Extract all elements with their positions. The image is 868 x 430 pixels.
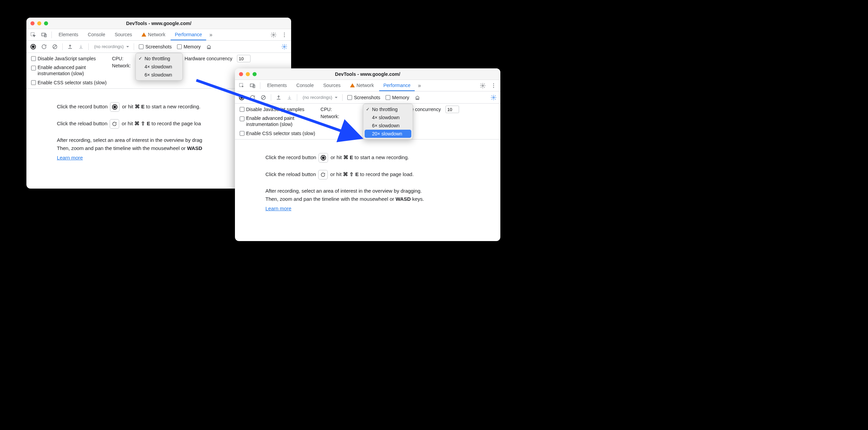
tab-sources[interactable]: Sources — [319, 80, 345, 91]
dd-item-no-throttling[interactable]: No throttling — [136, 55, 182, 63]
collect-garbage-icon[interactable] — [204, 42, 214, 51]
dd-item-no-throttling[interactable]: No throttling — [363, 105, 413, 113]
settings-icon[interactable] — [269, 30, 278, 40]
download-icon[interactable] — [285, 93, 294, 102]
more-tabs-icon[interactable]: » — [416, 83, 423, 89]
svg-point-9 — [284, 46, 285, 47]
recordings-select-label: (no recordings) — [303, 95, 332, 100]
divider — [342, 94, 343, 101]
tab-console[interactable]: Console — [84, 29, 109, 40]
upload-icon[interactable] — [274, 93, 283, 102]
tab-sources[interactable]: Sources — [111, 29, 136, 40]
recordings-select[interactable]: (no recordings) — [300, 93, 340, 102]
cpu-throttle-dropdown: No throttling 4× slowdown 6× slowdown — [135, 53, 183, 81]
reload-button[interactable] — [39, 42, 49, 51]
instruction-reload: Click the reload button or hit ⌘ ⇧ E to … — [57, 119, 261, 129]
dd-item-20x[interactable]: 20× slowdown — [365, 130, 411, 138]
dd-item-4x[interactable]: 4× slowdown — [136, 63, 182, 71]
titlebar: DevTools - www.google.com/ — [235, 68, 500, 80]
upload-icon[interactable] — [65, 42, 75, 51]
clear-button[interactable] — [50, 42, 60, 51]
memory-checkbox[interactable]: Memory — [384, 95, 411, 100]
instructions-panel: Click the record button or hit ⌘ E to st… — [235, 139, 500, 234]
tab-label: Elements — [59, 32, 78, 37]
capture-settings-icon[interactable] — [489, 93, 498, 102]
tab-network[interactable]: Network — [346, 80, 378, 91]
clear-button[interactable] — [259, 93, 268, 102]
record-button[interactable] — [237, 93, 246, 102]
dd-item-6x[interactable]: 6× slowdown — [363, 122, 413, 130]
record-button-inline[interactable] — [319, 153, 328, 163]
recordings-select[interactable]: (no recordings) — [91, 43, 131, 51]
memory-checkbox[interactable]: Memory — [175, 44, 203, 49]
divider — [88, 43, 89, 50]
screenshots-checkbox[interactable]: Screenshots — [345, 95, 382, 100]
checkbox-icon — [31, 56, 36, 61]
close-window-button[interactable] — [239, 72, 243, 76]
hw-concurrency-input[interactable] — [446, 106, 459, 113]
device-toggle-icon[interactable] — [248, 81, 257, 90]
capture-settings-icon[interactable] — [280, 42, 289, 51]
settings-icon[interactable] — [478, 81, 487, 90]
checkbox-icon — [31, 80, 36, 85]
checkbox-icon — [386, 95, 390, 100]
hw-concurrency-checkbox[interactable]: Hardware concurrency — [176, 56, 234, 61]
tab-console[interactable]: Console — [292, 80, 318, 91]
window-title: DevTools - www.google.com/ — [26, 21, 291, 26]
kebab-menu-icon[interactable] — [280, 30, 289, 40]
checkbox-icon — [347, 95, 352, 100]
tab-label: Performance — [175, 32, 202, 37]
tab-elements[interactable]: Elements — [55, 29, 82, 40]
tab-network[interactable]: Network — [137, 29, 169, 40]
collect-garbage-icon[interactable] — [413, 93, 422, 102]
kebab-menu-icon[interactable] — [489, 81, 498, 90]
tab-performance[interactable]: Performance — [379, 80, 414, 91]
learn-more-link[interactable]: Learn more — [265, 206, 291, 211]
close-window-button[interactable] — [30, 21, 35, 25]
reload-button[interactable] — [248, 93, 257, 102]
minimize-window-button[interactable] — [246, 72, 250, 76]
dd-item-6x[interactable]: 6× slowdown — [136, 71, 182, 79]
download-icon[interactable] — [76, 42, 86, 51]
reload-button-inline[interactable] — [318, 170, 328, 179]
traffic-lights — [239, 72, 257, 76]
record-button[interactable] — [28, 42, 38, 51]
inspect-icon[interactable] — [28, 30, 38, 40]
hw-concurrency-input[interactable] — [237, 55, 251, 62]
record-button-inline[interactable] — [110, 102, 120, 112]
svg-line-8 — [53, 45, 57, 48]
learn-more-link[interactable]: Learn more — [57, 155, 83, 160]
svg-line-18 — [262, 96, 265, 99]
adv-paint-checkbox[interactable]: Enable advanced paint instrumentation (s… — [238, 115, 312, 127]
instruction-record: Click the record button or hit ⌘ E to st… — [57, 102, 261, 112]
device-toggle-icon[interactable] — [39, 30, 49, 40]
more-tabs-icon[interactable]: » — [208, 32, 215, 38]
css-stats-checkbox[interactable]: Enable CSS selector stats (slow) — [238, 131, 317, 136]
disable-js-checkbox[interactable]: Disable JavaScript samples — [238, 107, 306, 112]
checkbox-label: Screenshots — [145, 44, 172, 49]
screenshots-checkbox[interactable]: Screenshots — [137, 44, 174, 49]
tab-label: Network — [148, 32, 165, 37]
adv-paint-checkbox[interactable]: Enable advanced paint instrumentation (s… — [29, 65, 104, 77]
divider — [297, 94, 297, 101]
reload-button-inline[interactable] — [110, 119, 119, 129]
tab-performance[interactable]: Performance — [171, 29, 206, 40]
dd-item-4x[interactable]: 4× slowdown — [363, 113, 413, 122]
instruction-reload: Click the reload button or hit ⌘ ⇧ E to … — [265, 170, 470, 179]
zoom-window-button[interactable] — [44, 21, 48, 25]
zoom-window-button[interactable] — [253, 72, 257, 76]
warning-icon — [350, 83, 355, 87]
minimize-window-button[interactable] — [37, 21, 41, 25]
checkbox-icon — [240, 116, 244, 121]
tab-elements[interactable]: Elements — [263, 80, 291, 91]
checkbox-label: Screenshots — [354, 95, 380, 100]
tabbar: Elements Console Sources Network Perform… — [235, 80, 500, 91]
recordings-select-label: (no recordings) — [94, 44, 124, 49]
checkbox-label: Enable CSS selector stats (slow) — [38, 80, 107, 85]
tabbar: Elements Console Sources Network Perform… — [26, 29, 291, 41]
disable-js-checkbox[interactable]: Disable JavaScript samples — [29, 56, 98, 61]
css-stats-checkbox[interactable]: Enable CSS selector stats (slow) — [29, 80, 109, 85]
svg-point-16 — [493, 87, 494, 88]
checkbox-icon — [139, 44, 144, 49]
inspect-icon[interactable] — [237, 81, 246, 90]
